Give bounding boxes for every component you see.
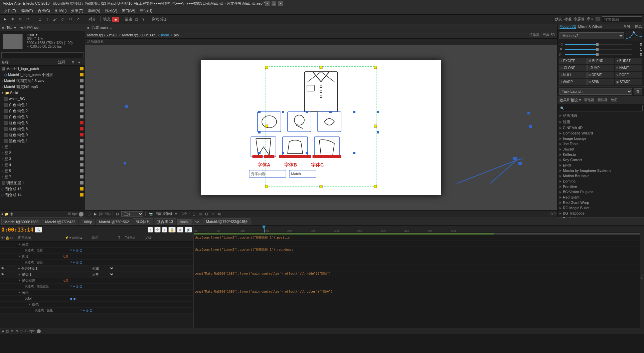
timeline-resize-handle[interactable]: ◁ ▷ xyxy=(640,226,644,328)
tl-layer-row[interactable]: ▼ 颜色 xyxy=(0,302,193,308)
menu-help[interactable]: 帮助(H) xyxy=(138,8,154,14)
expand-icon[interactable]: ▼ xyxy=(18,273,21,276)
list-item[interactable]: ○ 空 5 xyxy=(0,168,85,174)
list-item[interactable]: ♪ MatchU短定制1.mp3 xyxy=(0,84,85,90)
status-btn-5[interactable]: ▽ xyxy=(20,329,23,333)
stroke-btn[interactable]: □ xyxy=(134,17,139,22)
orbit-button[interactable]: ⊕ORBIT xyxy=(587,72,614,78)
list-item[interactable]: ⬡ 预合成 13 xyxy=(0,186,85,192)
align-button[interactable]: 对齐 xyxy=(87,16,98,22)
effect-group-mocha[interactable]: ▶Mocha by Imagineer Systems xyxy=(557,168,644,173)
fill-color-button[interactable]: ■ xyxy=(112,17,120,22)
effect-group-c4d[interactable]: ▶CINEMA 4D xyxy=(557,125,644,130)
effects-search-input[interactable] xyxy=(564,105,641,111)
effect-group-motion-boutique[interactable]: ▶Motion Boutique xyxy=(557,173,644,179)
tab-audio[interactable]: 音频 xyxy=(623,24,631,29)
tool-rect[interactable]: ◻ xyxy=(37,16,43,22)
tab-expression[interactable]: 绘图 xyxy=(611,98,618,102)
tab-render-queue[interactable]: 渲染队列 xyxy=(133,218,153,225)
tool-pen[interactable]: 🖊 xyxy=(51,17,58,22)
menu-file[interactable]: 文件(F) xyxy=(2,8,18,14)
project-checkbox[interactable]: ■ xyxy=(2,26,4,29)
tl-layer-row[interactable]: 👁 ▶ 合并路径 1 相减 xyxy=(0,266,193,272)
tool-shape[interactable]: ◇ xyxy=(60,16,66,22)
burst-button[interactable]: ✦BURST xyxy=(615,58,642,64)
effect-group-key-correct[interactable]: ▶Key Correct xyxy=(557,157,644,162)
tl-layer-row[interactable]: ▼ 位置 xyxy=(0,242,193,248)
menu-edit[interactable]: 编辑(E) xyxy=(19,8,35,14)
status-btn-2[interactable]: ◻ xyxy=(6,329,9,333)
effect-group-enoll[interactable]: ▶Enoll xyxy=(557,162,644,168)
blend-button[interactable]: ⌘BLEND xyxy=(587,58,614,64)
spin-button[interactable]: ↻SPIN xyxy=(587,79,614,85)
tl-btn-mute[interactable]: 🔊 xyxy=(185,227,192,233)
tl-layer-row[interactable]: ▼ 效果 xyxy=(0,290,193,296)
tl-layer-row[interactable]: 👁 ▼ 描边 1 正常 xyxy=(0,272,193,278)
list-item[interactable]: ⬡ MatchU_logo_patch 个图层 xyxy=(0,72,85,78)
proj-btn-delete[interactable]: 🗑 xyxy=(10,212,13,216)
list-item[interactable]: ⬛ 白色 纯色 3 xyxy=(0,114,85,120)
list-item[interactable]: ○ 空 1 xyxy=(0,144,85,150)
ctrl-camera-icon[interactable]: 📷 xyxy=(148,212,154,217)
ctrl-cam-select[interactable]: ▼ xyxy=(174,212,178,216)
tl-btn-solo[interactable]: ◉ xyxy=(177,227,183,233)
ctrl-resolution-icon[interactable]: ⊡ xyxy=(115,212,120,217)
minimize-button[interactable]: － xyxy=(265,1,270,6)
tl-btn-settings[interactable]: ⚙ xyxy=(154,227,161,233)
excite-button[interactable]: +EXCITE xyxy=(559,58,587,64)
menu-layer[interactable]: 图层(L) xyxy=(53,8,68,14)
breadcrumb-pio[interactable]: pio xyxy=(174,33,179,37)
stroke-help[interactable]: ? xyxy=(141,17,146,22)
breadcrumb-main[interactable]: main xyxy=(161,33,169,37)
comp-menu-icon[interactable]: ≡ xyxy=(110,26,112,30)
warp-button[interactable]: ⌇WARP xyxy=(559,79,587,85)
effect-group-jawset[interactable]: ▶Jawset xyxy=(557,146,644,152)
list-item[interactable]: ⬛ 白色 纯色 1 xyxy=(0,102,85,108)
col-add-icon[interactable]: + xyxy=(78,60,84,64)
tab-mirror-offset[interactable]: Mirror & Offset xyxy=(578,25,602,29)
list-item[interactable]: ▼ 📁 Solid xyxy=(0,90,85,96)
ctrl-ram-preview[interactable]: ▶ xyxy=(93,212,98,217)
eye-icon[interactable]: 👁 xyxy=(1,267,4,270)
effect-group-red-giant[interactable]: ▶Red Giant xyxy=(557,195,644,200)
tool-pan[interactable]: ✥ xyxy=(9,16,16,22)
menu-view[interactable]: 视图(V) xyxy=(103,8,119,14)
status-btn-1[interactable]: ■ xyxy=(2,329,4,333)
slider-bar-1[interactable] xyxy=(565,44,632,45)
expand-icon[interactable]: ▼ xyxy=(18,243,21,246)
tool-scissors[interactable]: ✂ xyxy=(67,16,73,22)
blend-mode-select[interactable]: 相减 xyxy=(91,266,114,271)
rope-button[interactable]: ∿ROPE xyxy=(615,72,642,78)
effect-group-transition[interactable]: ▶过渡 xyxy=(557,119,644,125)
motion-v2-select[interactable]: Motion v2 xyxy=(559,32,624,39)
eye-icon[interactable]: 👁 xyxy=(1,273,4,276)
breadcrumb-750-562[interactable]: MatchU@750*562 xyxy=(87,33,117,37)
ctrl-toggle2[interactable]: ⊞ xyxy=(198,212,203,217)
maximize-button[interactable]: □ xyxy=(272,1,276,6)
task-launch-trash[interactable]: 🗑 xyxy=(634,88,642,94)
tab-matchU-750-422[interactable]: MatchU@750*422 xyxy=(42,219,78,225)
tl-btn-lock[interactable]: 🔒 xyxy=(168,227,176,233)
proj-btn-folder[interactable]: 📁 xyxy=(5,212,9,216)
task-launch-select[interactable]: Task Launch xyxy=(559,88,632,95)
list-item[interactable]: ♪ MatchU同期定制2-5.wav xyxy=(0,78,85,84)
list-item[interactable]: ⬛ 红色 纯色 9 xyxy=(0,132,85,138)
clone-button[interactable]: ⊞CLONE xyxy=(559,65,587,71)
list-item[interactable]: ○ 空 3 xyxy=(0,156,85,162)
menu-comp[interactable]: 合成(C) xyxy=(36,8,52,14)
stare-button[interactable]: ◉STARE xyxy=(615,79,642,85)
expand-icon[interactable]: ▼ xyxy=(28,303,31,306)
tool-puppet[interactable]: ↗ xyxy=(75,16,81,22)
null-button[interactable]: ○NULL xyxy=(559,72,587,78)
list-item[interactable]: 🎬 MatchU_logo_patch xyxy=(0,66,85,72)
effect-group-jae-tools[interactable]: ▶Jae Tools xyxy=(557,141,644,146)
list-item[interactable]: ⬛ 白色 纯色 2 xyxy=(0,108,85,114)
effect-group-primitive[interactable]: ▶Primitive xyxy=(557,184,644,189)
slider-bar-3[interactable] xyxy=(565,54,632,55)
ctrl-toggle1[interactable]: ◻ xyxy=(191,212,196,217)
tl-layer-row[interactable]: ▼ 固度 0.0 xyxy=(0,254,193,260)
project-search-input[interactable] xyxy=(1,52,84,58)
blend-mode-select-2[interactable]: 正常 xyxy=(91,272,114,277)
tl-btn-new-comp[interactable]: + xyxy=(148,227,153,233)
tool-rotate[interactable]: ⟳ xyxy=(25,16,31,22)
